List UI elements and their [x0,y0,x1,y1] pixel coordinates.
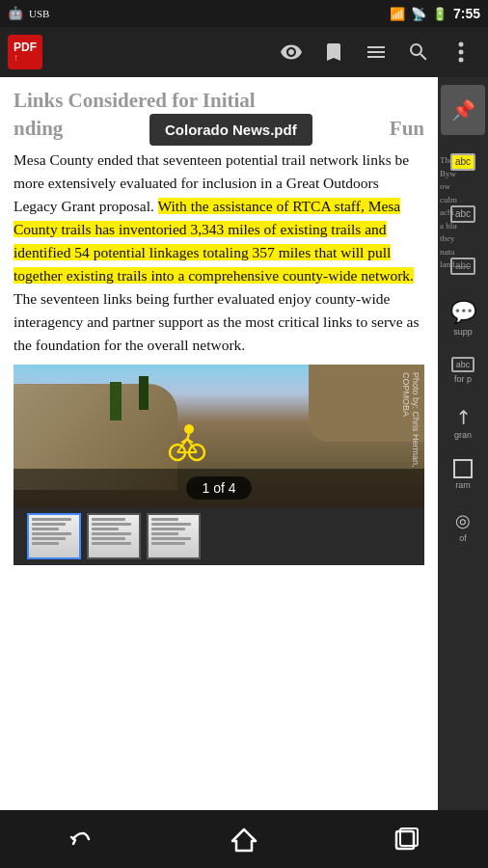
text-seventeen: The seventeen links being further evalua… [14,290,420,353]
comment-icon: 💬 [450,300,476,325]
status-icons-right: 📶 📡 🔋 7:55 [390,6,480,21]
main-area: Links Considered for Initial nding Fun M… [0,77,488,810]
abc-underline-icon: abc [450,205,475,223]
abc-strikethrough-icon: abc [450,258,475,275]
circle-icon: ◎ [455,510,471,531]
circle-label: of [459,533,467,543]
header-fun: Fun [390,117,424,141]
status-bar: 🤖 USB 📶 📡 🔋 7:55 [0,0,488,27]
svg-marker-13 [232,829,256,851]
highlight-abc-button[interactable]: abc [441,137,485,187]
status-icons-left: 🤖 USB [8,6,49,21]
text-label: for p [454,374,472,384]
text-mesa-county: Mesa County [14,151,97,168]
svg-point-2 [459,58,464,63]
image-overlay: 1 of 4 [14,469,424,507]
header-nding: nding [14,117,63,141]
menu-button[interactable] [357,33,395,71]
home-nav-button[interactable] [205,818,283,860]
abc-highlight-icon: abc [450,153,475,171]
eye-button[interactable] [272,33,311,71]
circle-button[interactable]: ◎ of [441,502,485,552]
search-button[interactable] [399,33,438,71]
image-counter: 1 of 4 [186,476,251,500]
arrow-label: gran [454,430,472,440]
rect-icon [453,459,473,478]
page-header: Links Considered for Initial [14,89,424,113]
page-content: Links Considered for Initial nding Fun M… [0,77,438,810]
rect-button[interactable]: ram [441,449,485,500]
header-left: Links Considered for Initial [14,89,256,113]
arrow-icon: ↗ [449,403,477,431]
android-icon: 🤖 [8,6,23,21]
tree-2 [139,376,149,410]
signal-icon: 📡 [411,7,426,21]
rect-label: ram [455,480,471,490]
comment-label: supp [453,327,473,337]
wifi-icon: 📶 [390,7,405,21]
page-image: Photo by: Chris Herman, COPMOBA 1 of 4 [14,365,424,507]
pin-button[interactable]: 📌 [441,85,485,135]
thumbnail-2[interactable] [87,513,141,559]
abc-text-icon: abc [451,357,475,373]
pdf-logo[interactable]: PDF ↑ [8,35,42,69]
strikethrough-abc-button[interactable]: abc [441,241,485,291]
right-sidebar: The Byw ow culm achi a blu they natu lan… [438,77,488,810]
recent-nav-button[interactable] [368,818,446,860]
svg-point-0 [459,42,464,47]
nav-bar [0,810,488,868]
tree-1 [110,382,122,420]
pin-icon: 📌 [451,100,475,120]
text-abc-button[interactable]: abc for p [441,345,485,395]
filename-tooltip: Colorado News.pdf [149,114,312,146]
thumbnails-bar [14,507,424,565]
back-nav-button[interactable] [42,818,120,860]
toolbar: PDF ↑ [0,27,488,77]
battery-icon: 🔋 [432,7,447,21]
bookmark-button[interactable] [314,33,353,71]
usb-icon: USB [29,8,49,19]
underline-abc-button[interactable]: abc [441,189,485,239]
thumbnail-3[interactable] [147,513,201,559]
more-button[interactable] [442,33,480,71]
arrow-button[interactable]: ↗ gran [441,397,485,448]
time-display: 7:55 [453,6,480,21]
main-paragraph: Mesa County ended that seventeen potenti… [14,149,424,357]
photo-credit: Photo by: Chris Herman, COPMOBA [401,372,420,469]
svg-point-1 [459,50,464,55]
biker-figure [168,412,206,465]
comment-button[interactable]: 💬 supp [441,293,485,343]
svg-point-9 [184,424,194,434]
thumbnail-1[interactable] [27,513,81,559]
